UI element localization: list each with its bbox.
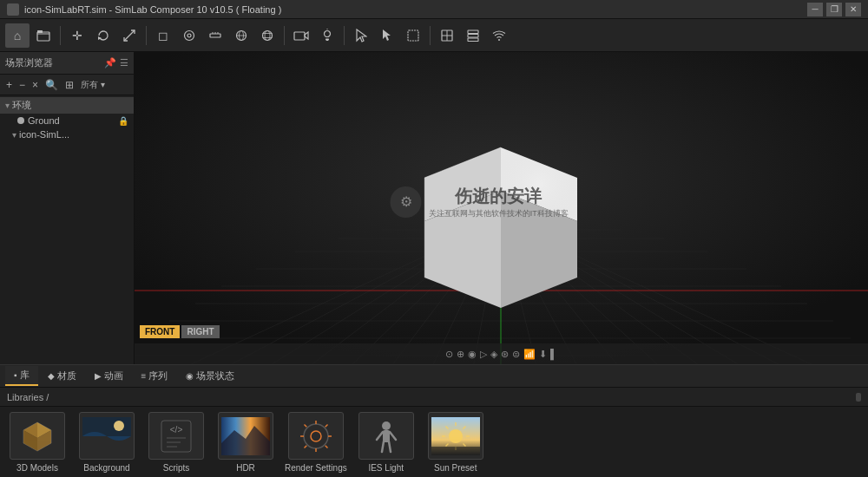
home-tool-button[interactable]: ⌂ — [5, 23, 30, 48]
panel-filter-button[interactable]: ⊞ — [62, 78, 76, 92]
lib-item-hdr[interactable]: HDR — [215, 412, 276, 473]
globe-tool-button[interactable] — [255, 23, 279, 48]
tab-animation-label: 动画 — [104, 369, 123, 382]
pointer-tool-button[interactable] — [375, 23, 399, 48]
cursor-tool-button[interactable] — [349, 23, 373, 48]
toolbar: ⌂ ✛ ◻ — [0, 19, 868, 52]
tree-ground-label: Ground — [28, 115, 60, 126]
status-bar: ⊙ ⊕ ◉ ▷ ◈ ⊛ ⊜ 📶 ⬇ ▌ — [135, 343, 868, 364]
lib-label-background: Background — [83, 463, 129, 473]
panel-menu-icon[interactable]: ☰ — [120, 57, 128, 69]
status-icon-10: ▌ — [550, 349, 557, 359]
svg-rect-1 — [37, 30, 43, 33]
sep3 — [284, 26, 285, 45]
lib-label-sun-preset: Sun Preset — [434, 463, 477, 473]
tab-libraries-icon: ▪ — [14, 370, 17, 380]
tab-materials[interactable]: ◆ 材质 — [39, 367, 85, 385]
panel-header: 场景浏览器 📌 ☰ — [0, 52, 134, 75]
libraries-content: Libraries / 3D Models — [0, 388, 868, 477]
tab-libraries[interactable]: ▪ 库 — [5, 366, 38, 386]
tree-arrow-env: ▾ — [5, 101, 10, 110]
rotate-tool-button[interactable] — [91, 23, 115, 48]
svg-marker-17 — [305, 32, 308, 39]
minimize-button[interactable]: ─ — [807, 3, 823, 16]
lib-icon-hdr — [218, 412, 273, 460]
lib-item-sun-preset[interactable]: Sun Preset — [425, 412, 486, 473]
svg-rect-21 — [326, 38, 329, 40]
camera-tool-button[interactable] — [289, 23, 313, 48]
bottom-tabs: ▪ 库 ◆ 材质 ▶ 动画 ≡ 序列 ◉ 场景状态 — [0, 365, 868, 388]
svg-rect-29 — [468, 30, 478, 34]
panel-remove-button[interactable]: − — [16, 78, 28, 92]
tree-ground[interactable]: Ground 🔒 — [0, 114, 134, 127]
svg-line-96 — [377, 432, 383, 440]
open-tool-button[interactable] — [31, 23, 56, 48]
tab-materials-icon: ◆ — [48, 371, 55, 381]
svg-point-94 — [382, 421, 391, 430]
svg-line-91 — [326, 445, 328, 448]
lib-label-3dmodels: 3D Models — [16, 463, 58, 473]
sphere-tool-button[interactable] — [229, 23, 253, 48]
tab-animation[interactable]: ▶ 动画 — [86, 367, 132, 385]
bottom-panel: ▪ 库 ◆ 材质 ▶ 动画 ≡ 序列 ◉ 场景状态 Libraries / — [0, 364, 868, 477]
tab-scene-label: 场景状态 — [196, 369, 234, 382]
panel-toolbar: + − × 🔍 ⊞ 所有 ▾ — [0, 75, 134, 95]
panel-search-button[interactable]: 🔍 — [43, 78, 61, 92]
tree-icon-simlab[interactable]: ▾ icon-SimL... — [0, 127, 134, 141]
svg-point-77 — [114, 421, 124, 431]
svg-rect-16 — [294, 32, 305, 40]
status-icon-9: ⬇ — [539, 349, 547, 360]
svg-point-85 — [311, 431, 321, 441]
move-tool-button[interactable]: ✛ — [65, 23, 89, 48]
grid-tool-button[interactable] — [435, 23, 459, 48]
tab-libraries-label: 库 — [20, 369, 30, 382]
tab-animation-icon: ▶ — [95, 371, 102, 381]
viewport-canvas: ⚙ 伤逝的安详 关注互联网与其他软件技术的IT科技博客 FRONT RIGHT … — [135, 52, 868, 364]
lib-item-render[interactable]: Render Settings — [285, 412, 347, 473]
lib-icon-render — [288, 412, 344, 460]
loop-tool-button[interactable] — [177, 23, 201, 48]
title-bar: icon-SimLabRT.sim - SimLab Composer 10 v… — [0, 0, 868, 19]
light-tool-button[interactable] — [315, 23, 339, 48]
main-layout: 场景浏览器 📌 ☰ + − × 🔍 ⊞ 所有 ▾ ▾ 环境 Ground 🔒 ▾ — [0, 52, 868, 364]
svg-rect-5 — [210, 34, 220, 37]
app-icon — [7, 3, 19, 16]
title-bar-left: icon-SimLabRT.sim - SimLab Composer 10 v… — [7, 3, 281, 16]
layers-tool-button[interactable] — [461, 23, 485, 48]
lib-item-scripts[interactable]: </> Scripts — [146, 412, 207, 473]
panel-collapse-button[interactable] — [856, 393, 861, 402]
svg-line-2 — [124, 30, 135, 41]
front-view-label[interactable]: FRONT — [140, 325, 180, 338]
tree-ground-dot — [17, 117, 24, 124]
tree-env-label: 环境 — [12, 99, 31, 112]
restore-button[interactable]: ❐ — [826, 3, 842, 16]
panel-pin-icon[interactable]: 📌 — [104, 57, 116, 69]
lib-label-hdr: HDR — [236, 463, 255, 473]
viewport[interactable]: ⚙ 伤逝的安详 关注互联网与其他软件技术的IT科技博客 FRONT RIGHT … — [135, 52, 868, 364]
lib-label-scripts: Scripts — [163, 463, 190, 473]
rect-select-tool-button[interactable] — [401, 23, 425, 48]
lib-icon-ies — [358, 412, 414, 460]
tab-sequence[interactable]: ≡ 序列 — [133, 367, 177, 385]
lib-icon-scripts: </> — [148, 412, 204, 460]
measure-tool-button[interactable] — [203, 23, 227, 48]
status-icon-4: ▷ — [480, 349, 487, 360]
lib-item-3dmodels[interactable]: 3D Models — [7, 412, 68, 473]
select-tool-button[interactable]: ◻ — [151, 23, 175, 48]
wifi-tool-button[interactable] — [487, 23, 511, 48]
libraries-items: 3D Models Background — [0, 407, 868, 477]
panel-add-button[interactable]: + — [3, 78, 15, 92]
svg-text:</>: </> — [170, 425, 183, 435]
close-button[interactable]: ✕ — [845, 3, 861, 16]
panel-close-button[interactable]: × — [30, 78, 41, 92]
lib-item-background[interactable]: Background — [76, 412, 137, 473]
tree-environment[interactable]: ▾ 环境 — [0, 97, 134, 114]
right-view-label[interactable]: RIGHT — [181, 325, 219, 338]
status-icon-8: 📶 — [523, 349, 536, 360]
scale-tool-button[interactable] — [117, 23, 141, 48]
svg-point-18 — [325, 30, 331, 36]
panel-all-dropdown[interactable]: 所有 ▾ — [78, 78, 108, 92]
sep2 — [146, 26, 147, 45]
tab-scene-states[interactable]: ◉ 场景状态 — [177, 367, 243, 385]
lib-item-ies[interactable]: IES Light — [356, 412, 417, 473]
